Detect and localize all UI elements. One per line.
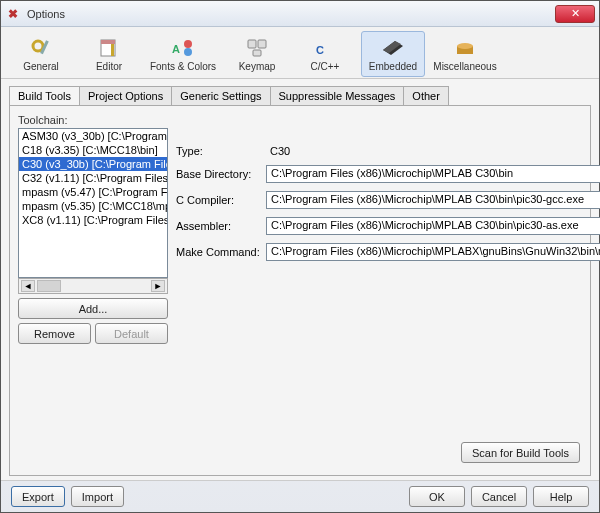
- cancel-button[interactable]: Cancel: [471, 486, 527, 507]
- toolchain-label: Toolchain:: [18, 114, 168, 126]
- tab-content: Toolchain: ASM30 (v3_30b) [C:\Program Fi…: [9, 105, 591, 476]
- fonts-icon: A: [171, 37, 195, 59]
- toolchain-column: Toolchain: ASM30 (v3_30b) [C:\Program Fi…: [18, 114, 168, 344]
- category-label: Miscellaneous: [433, 61, 496, 72]
- export-button[interactable]: Export: [11, 486, 65, 507]
- svg-rect-10: [253, 50, 261, 56]
- import-button[interactable]: Import: [71, 486, 124, 507]
- close-button[interactable]: ✕: [555, 5, 595, 23]
- category-label: General: [23, 61, 59, 72]
- c-compiler-label: C Compiler:: [176, 194, 260, 206]
- assembler-label: Assembler:: [176, 220, 260, 232]
- scroll-right-icon[interactable]: ►: [151, 280, 165, 292]
- tab-generic-settings[interactable]: Generic Settings: [171, 86, 270, 106]
- svg-text:A: A: [172, 43, 180, 55]
- c-compiler-field[interactable]: C:\Program Files (x86)\Microchip\MPLAB C…: [266, 191, 600, 209]
- remove-button[interactable]: Remove: [18, 323, 91, 344]
- svg-text:C: C: [316, 44, 324, 56]
- list-item[interactable]: C18 (v3.35) [C:\MCC18\bin]: [19, 143, 167, 157]
- category-label: Embedded: [369, 61, 417, 72]
- svg-point-15: [457, 43, 473, 49]
- ok-button[interactable]: OK: [409, 486, 465, 507]
- svg-point-0: [33, 41, 43, 51]
- category-keymap[interactable]: Keymap: [225, 31, 289, 77]
- options-window: ✖ Options ✕ General Editor A Fonts & Col…: [0, 0, 600, 513]
- type-label: Type:: [176, 145, 260, 157]
- list-item[interactable]: C30 (v3_30b) [C:\Program Files: [19, 157, 167, 171]
- default-button[interactable]: Default: [95, 323, 168, 344]
- list-item[interactable]: mpasm (v5.35) [C:\MCC18\mpasm]: [19, 199, 167, 213]
- tools-icon: [29, 37, 53, 59]
- category-general[interactable]: General: [9, 31, 73, 77]
- title-bar: ✖ Options ✕: [1, 1, 599, 27]
- tab-other[interactable]: Other: [403, 86, 449, 106]
- tab-build-tools[interactable]: Build Tools: [9, 86, 80, 106]
- make-command-field[interactable]: C:\Program Files (x86)\Microchip\MPLABX\…: [266, 243, 600, 261]
- tab-suppressible-messages[interactable]: Suppressible Messages: [270, 86, 405, 106]
- type-value: C30: [266, 144, 294, 158]
- horizontal-scrollbar[interactable]: ◄ ►: [18, 278, 168, 294]
- window-title: Options: [27, 8, 555, 20]
- list-item[interactable]: C32 (v1.11) [C:\Program Files (x86)\: [19, 171, 167, 185]
- editor-icon: [97, 37, 121, 59]
- category-editor[interactable]: Editor: [77, 31, 141, 77]
- base-directory-field[interactable]: C:\Program Files (x86)\Microchip\MPLAB C…: [266, 165, 600, 183]
- add-button[interactable]: Add...: [18, 298, 168, 319]
- list-item[interactable]: ASM30 (v3_30b) [C:\Program Files (x: [19, 129, 167, 143]
- svg-rect-3: [101, 40, 115, 44]
- make-command-label: Make Command:: [176, 246, 260, 258]
- svg-point-6: [184, 40, 192, 48]
- category-fonts[interactable]: A Fonts & Colors: [145, 31, 221, 77]
- chip-icon: [381, 37, 405, 59]
- svg-rect-4: [111, 44, 114, 56]
- dialog-footer: Export Import OK Cancel Help: [1, 480, 599, 512]
- svg-rect-8: [248, 40, 256, 48]
- tab-strip: Build Tools Project Options Generic Sett…: [9, 85, 591, 105]
- assembler-field[interactable]: C:\Program Files (x86)\Microchip\MPLAB C…: [266, 217, 600, 235]
- scroll-left-icon[interactable]: ◄: [21, 280, 35, 292]
- details-panel: Type: C30 Base Directory: C:\Program Fil…: [176, 114, 600, 344]
- list-item[interactable]: XC8 (v1.11) [C:\Program Files (x86)\: [19, 213, 167, 227]
- app-icon: ✖: [5, 6, 21, 22]
- category-label: Fonts & Colors: [150, 61, 216, 72]
- category-ccpp[interactable]: C C/C++: [293, 31, 357, 77]
- help-button[interactable]: Help: [533, 486, 589, 507]
- category-toolbar: General Editor A Fonts & Colors Keymap C…: [1, 27, 599, 79]
- keymap-icon: [245, 37, 269, 59]
- cpp-icon: C: [313, 37, 337, 59]
- scan-build-tools-button[interactable]: Scan for Build Tools: [461, 442, 580, 463]
- misc-icon: [453, 37, 477, 59]
- base-directory-label: Base Directory:: [176, 168, 260, 180]
- tab-project-options[interactable]: Project Options: [79, 86, 172, 106]
- svg-rect-9: [258, 40, 266, 48]
- category-misc[interactable]: Miscellaneous: [429, 31, 501, 77]
- client-area: Build Tools Project Options Generic Sett…: [1, 79, 599, 480]
- scroll-thumb[interactable]: [37, 280, 61, 292]
- category-label: Keymap: [239, 61, 276, 72]
- category-label: Editor: [96, 61, 122, 72]
- list-item[interactable]: mpasm (v5.47) [C:\Program Files (x8: [19, 185, 167, 199]
- toolchain-list[interactable]: ASM30 (v3_30b) [C:\Program Files (x C18 …: [18, 128, 168, 278]
- category-label: C/C++: [311, 61, 340, 72]
- category-embedded[interactable]: Embedded: [361, 31, 425, 77]
- svg-point-7: [184, 48, 192, 56]
